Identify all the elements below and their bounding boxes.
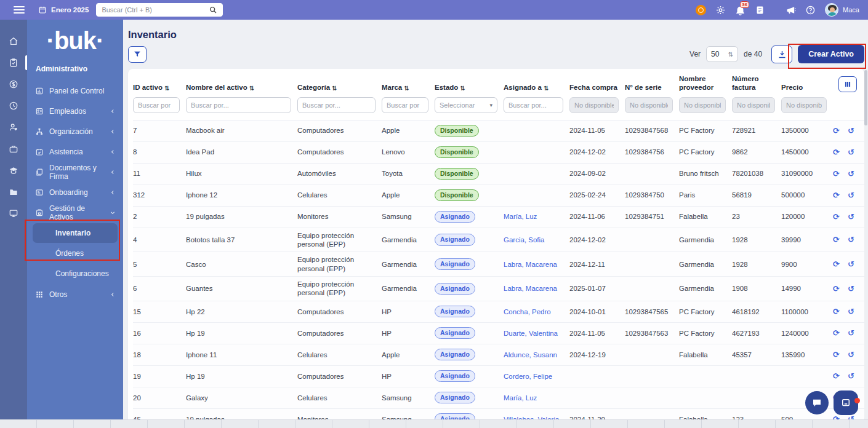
refresh-icon[interactable]: ⟳ [833, 236, 840, 244]
filter-input-marca[interactable] [382, 97, 428, 113]
clock-icon[interactable] [0, 100, 27, 111]
period-selector[interactable]: Enero 2025 [38, 6, 89, 14]
cell-categoria: Computadores [297, 145, 382, 159]
cell-fecha: 2024-11-20 [569, 412, 625, 419]
sidebar-item-documentos-y-firma[interactable]: Documentos y Firma [27, 162, 123, 182]
hamburger-menu-icon[interactable] [14, 6, 25, 14]
history-icon[interactable]: ↺ [848, 213, 854, 221]
column-header-nombre-del-activo[interactable]: Nombre del activo⇅ [186, 84, 297, 92]
sort-icon[interactable]: ⇅ [164, 85, 169, 92]
assignee-link[interactable]: María, Luz [504, 209, 569, 224]
notifications-bell-icon[interactable]: 36 [735, 5, 745, 15]
history-icon[interactable]: ↺ [848, 307, 854, 315]
clipboard-icon[interactable] [0, 57, 27, 68]
filter-button[interactable] [128, 46, 147, 63]
history-icon[interactable]: ↺ [848, 285, 854, 293]
history-icon[interactable]: ↺ [848, 170, 854, 178]
refresh-icon[interactable]: ⟳ [833, 307, 840, 315]
intercom-icon[interactable] [696, 5, 706, 15]
sidebar-item-organizacion[interactable]: Organización [27, 121, 123, 141]
refresh-icon[interactable]: ⟳ [833, 351, 840, 359]
column-header-estado[interactable]: Estado⇅ [435, 84, 504, 92]
assignee-link[interactable]: Duarte, Valentina [504, 326, 569, 341]
chat-bubble-button[interactable] [805, 391, 829, 414]
assignee-link[interactable]: Garcia, Sofia [504, 232, 569, 247]
history-icon[interactable]: ↺ [848, 260, 854, 268]
sort-icon[interactable]: ⇅ [249, 85, 254, 92]
download-button[interactable] [771, 46, 792, 63]
filter-input-asignado-a[interactable] [504, 97, 563, 113]
folder-icon[interactable] [0, 186, 27, 197]
history-icon[interactable]: ↺ [848, 329, 854, 337]
create-asset-button[interactable]: Crear Activo [798, 45, 864, 63]
history-icon[interactable]: ↺ [848, 127, 854, 135]
assignee-link[interactable]: Cordero, Felipe [504, 369, 569, 384]
gear-icon[interactable] [715, 5, 726, 15]
user-menu[interactable]: Maca [825, 3, 859, 17]
sort-icon[interactable]: ⇅ [332, 85, 337, 92]
assignee-link[interactable]: Labra, Macarena [504, 257, 569, 272]
refresh-icon[interactable]: ⟳ [833, 415, 840, 419]
search-input[interactable] [102, 6, 205, 14]
filter-input-precio [781, 97, 827, 113]
filter-select-estado[interactable]: Seleccionar▾ [435, 97, 497, 113]
refresh-icon[interactable]: ⟳ [833, 260, 840, 268]
help-icon[interactable] [805, 5, 816, 15]
assignee-link[interactable]: Villalobos, Valeria [504, 412, 569, 419]
sidebar-item-panel-de-control[interactable]: Panel de Control [27, 81, 123, 101]
assignee-link[interactable]: Labra, Macarena [504, 281, 569, 296]
sidebar-subitem-configuraciones[interactable]: Configuraciones [33, 264, 118, 283]
search-icon[interactable] [209, 6, 217, 14]
refresh-icon[interactable]: ⟳ [833, 148, 840, 156]
history-icon[interactable]: ↺ [848, 372, 854, 380]
refresh-icon[interactable]: ⟳ [833, 285, 840, 293]
sidebar-item-asistencia[interactable]: Asistencia [27, 141, 123, 162]
history-icon[interactable]: ↺ [848, 236, 854, 244]
cell-proveedor: Garmendia [679, 257, 732, 272]
megaphone-icon[interactable] [786, 5, 796, 15]
filter-input-categoria[interactable] [297, 97, 376, 113]
history-icon[interactable]: ↺ [848, 148, 854, 156]
vertical-scrollbar[interactable] [864, 69, 867, 418]
sidebar-item-onboarding[interactable]: Onboarding [27, 182, 123, 202]
tasks-document-icon[interactable] [755, 5, 765, 15]
sort-icon[interactable]: ⇅ [460, 85, 465, 92]
home-icon[interactable] [0, 36, 27, 47]
assignee-link[interactable]: Aldunce, Susann [504, 347, 569, 362]
refresh-icon[interactable]: ⟳ [833, 170, 840, 178]
briefcase-icon[interactable] [0, 143, 27, 154]
sidebar-item-gestion-de-activos[interactable]: Gestión de Activos [27, 202, 123, 223]
filter-input-id-activo[interactable] [133, 97, 180, 113]
column-picker-button[interactable] [838, 76, 857, 92]
assignee-link[interactable]: Concha, Pedro [504, 304, 569, 319]
user-heart-icon[interactable] [0, 122, 27, 133]
sort-icon[interactable]: ⇅ [544, 85, 549, 92]
page-size-select[interactable]: 50 ⇅ [706, 46, 738, 62]
refresh-icon[interactable]: ⟳ [833, 329, 840, 337]
refresh-icon[interactable]: ⟳ [833, 127, 840, 135]
column-header-categoria[interactable]: Categoría⇅ [297, 84, 382, 92]
kanban-icon[interactable] [0, 208, 27, 219]
horizontal-scroll-strip[interactable] [0, 419, 868, 428]
column-header-asignado-a[interactable]: Asignado a⇅ [504, 84, 569, 92]
refresh-icon[interactable]: ⟳ [833, 372, 840, 380]
filter-input-nombre-del-activo[interactable] [186, 97, 291, 113]
history-icon[interactable]: ↺ [848, 191, 854, 199]
graduation-cap-icon[interactable] [0, 165, 27, 176]
global-search[interactable] [96, 3, 223, 17]
assignee-link[interactable]: María, Luz [504, 390, 569, 405]
cell-fecha: 2025-01-07 [569, 281, 625, 296]
sidebar-subitem-ordenes[interactable]: Órdenes [33, 244, 118, 263]
sidebar-item-empleados[interactable]: Empleados [27, 101, 123, 121]
coin-icon[interactable] [0, 79, 27, 90]
refresh-icon[interactable]: ⟳ [833, 213, 840, 221]
sidebar-item-otros[interactable]: Otros [27, 284, 123, 304]
messenger-button[interactable] [834, 390, 858, 415]
column-header-id-activo[interactable]: ID activo⇅ [133, 84, 186, 92]
history-icon[interactable]: ↺ [848, 351, 854, 359]
sort-icon[interactable]: ⇅ [404, 85, 409, 92]
column-header-marca[interactable]: Marca⇅ [382, 84, 435, 92]
history-icon[interactable]: ↺ [848, 415, 854, 419]
sidebar-subitem-inventario[interactable]: Inventario [33, 223, 118, 243]
refresh-icon[interactable]: ⟳ [833, 191, 840, 199]
